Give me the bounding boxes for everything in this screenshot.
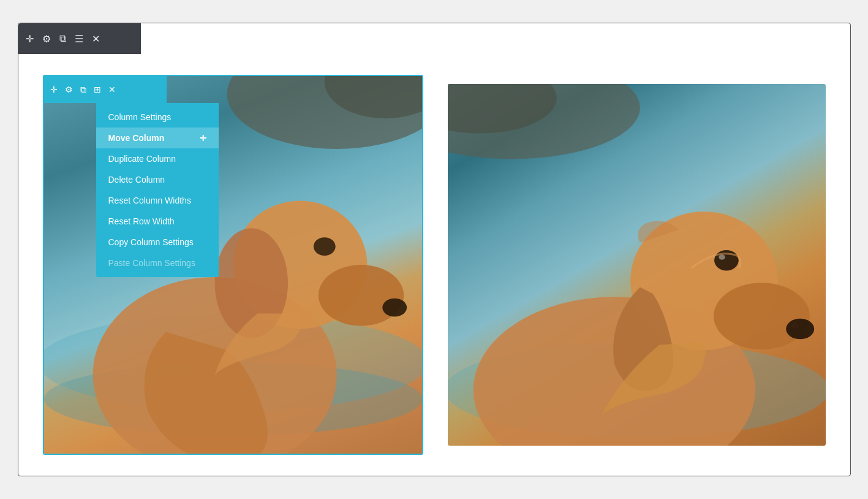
top-move-icon[interactable]: ✛: [26, 33, 34, 45]
col-layout-icon[interactable]: ⊞: [94, 85, 101, 94]
left-column-block: ✛ ⚙ ⧉ ⊞ ✕ Column Settings Move Column ✛ …: [43, 75, 423, 455]
right-dog-image: [448, 84, 826, 446]
menu-item-reset-row-width[interactable]: Reset Row Width: [96, 211, 219, 232]
menu-item-delete-column[interactable]: Delete Column: [96, 169, 219, 190]
col-move-icon[interactable]: ✛: [50, 85, 58, 94]
outer-frame: ✛ ⚙ ⧉ ☰ ✕ ✛ ⚙ ⧉ ⊞ ✕ Column Settings Mov: [18, 23, 851, 476]
svg-point-9: [313, 237, 335, 256]
context-menu: Column Settings Move Column ✛ Duplicate …: [96, 103, 219, 277]
column-toolbar: ✛ ⚙ ⧉ ⊞ ✕: [44, 76, 167, 103]
svg-point-7: [318, 265, 403, 326]
col-wrench-icon[interactable]: ⚙: [65, 85, 73, 94]
content-area: ✛ ⚙ ⧉ ⊞ ✕ Column Settings Move Column ✛ …: [18, 54, 850, 476]
col-close-icon[interactable]: ✕: [108, 85, 116, 94]
svg-point-17: [713, 283, 809, 349]
menu-item-duplicate-column[interactable]: Duplicate Column: [96, 148, 219, 169]
right-column-block: [448, 84, 826, 446]
top-menu-icon[interactable]: ☰: [75, 33, 83, 45]
top-wrench-icon[interactable]: ⚙: [42, 33, 51, 45]
top-close-icon[interactable]: ✕: [92, 33, 100, 45]
svg-point-18: [786, 319, 814, 339]
svg-point-21: [719, 254, 725, 259]
move-column-icon: ✛: [200, 134, 206, 143]
menu-item-column-settings[interactable]: Column Settings: [96, 107, 219, 128]
col-duplicate-icon[interactable]: ⧉: [80, 85, 86, 95]
menu-item-reset-column-widths[interactable]: Reset Column Widths: [96, 190, 219, 211]
top-copy-icon[interactable]: ⧉: [59, 33, 66, 44]
menu-item-paste-column-settings[interactable]: Paste Column Settings: [96, 253, 219, 273]
svg-point-19: [791, 322, 799, 329]
svg-point-8: [382, 299, 407, 317]
top-toolbar: ✛ ⚙ ⧉ ☰ ✕: [18, 23, 141, 54]
menu-item-copy-column-settings[interactable]: Copy Column Settings: [96, 232, 219, 253]
menu-item-move-column[interactable]: Move Column ✛: [96, 128, 219, 148]
